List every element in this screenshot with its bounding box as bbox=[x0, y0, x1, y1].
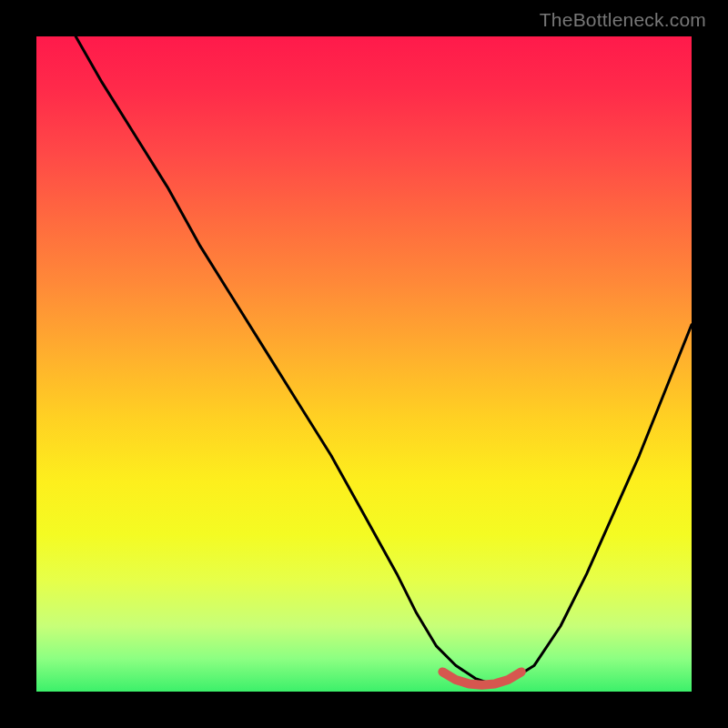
black-curve bbox=[76, 36, 692, 685]
red-bottom-segment bbox=[442, 672, 521, 684]
chart-frame: TheBottleneck.com bbox=[0, 0, 728, 728]
curve-layer bbox=[36, 36, 692, 692]
plot-area bbox=[36, 36, 692, 692]
watermark-text: TheBottleneck.com bbox=[540, 9, 706, 31]
